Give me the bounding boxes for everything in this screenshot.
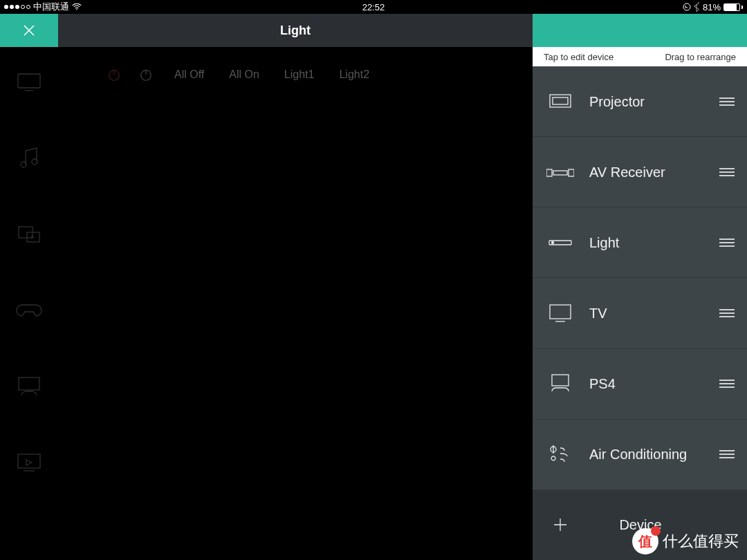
hint-edit: Tap to edit device bbox=[544, 52, 614, 62]
panel-header-spacer bbox=[533, 14, 747, 47]
drag-handle-icon[interactable] bbox=[719, 450, 735, 458]
device-row-ps4[interactable]: PS4 bbox=[533, 349, 747, 420]
plus-icon bbox=[545, 516, 575, 533]
clock: 22:52 bbox=[362, 2, 385, 12]
status-bar: 中国联通 22:52 81% bbox=[0, 0, 747, 14]
all-off-button[interactable]: All Off bbox=[170, 68, 208, 81]
power-off-icon[interactable] bbox=[107, 67, 122, 82]
bluetooth-icon bbox=[694, 2, 700, 12]
device-row-tv[interactable]: TV bbox=[533, 278, 747, 348]
svg-point-0 bbox=[76, 9, 77, 10]
device-row-projector[interactable]: Projector bbox=[533, 66, 747, 137]
main-area: All Off All On Light1 Light2 bbox=[58, 47, 533, 560]
header: Light bbox=[0, 14, 747, 47]
svg-rect-2 bbox=[18, 74, 40, 88]
svg-rect-13 bbox=[546, 169, 552, 176]
light1-button[interactable]: Light1 bbox=[280, 68, 319, 81]
hint-drag: Drag to rearrange bbox=[665, 52, 736, 62]
svg-rect-14 bbox=[553, 171, 567, 175]
device-row-air-conditioning[interactable]: Air Conditioning bbox=[533, 420, 747, 490]
status-left: 中国联通 bbox=[0, 1, 82, 13]
close-button[interactable] bbox=[0, 14, 58, 47]
drag-handle-icon[interactable] bbox=[719, 380, 735, 388]
sidebar bbox=[0, 47, 58, 560]
light2-button[interactable]: Light2 bbox=[335, 68, 374, 81]
page-title: Light bbox=[58, 14, 533, 47]
drag-handle-icon[interactable] bbox=[719, 168, 735, 176]
device-label: AV Receiver bbox=[589, 164, 706, 180]
device-label: Light bbox=[589, 234, 706, 251]
all-on-button[interactable]: All On bbox=[225, 68, 264, 81]
light-controls-row: All Off All On Light1 Light2 bbox=[58, 47, 533, 102]
watermark-text: 什么值得买 bbox=[663, 531, 739, 552]
svg-rect-15 bbox=[569, 169, 574, 176]
close-icon bbox=[22, 24, 36, 37]
sidebar-item-media[interactable] bbox=[15, 220, 44, 249]
device-label: PS4 bbox=[589, 375, 706, 392]
sidebar-item-console[interactable] bbox=[15, 372, 44, 401]
drag-handle-icon[interactable] bbox=[719, 97, 735, 106]
battery-percent: 81% bbox=[703, 2, 721, 12]
hint-bar: Tap to edit device Drag to rearrange bbox=[533, 47, 747, 66]
tv-icon bbox=[545, 304, 575, 323]
av-receiver-icon bbox=[545, 167, 575, 178]
ps4-icon bbox=[545, 373, 575, 394]
svg-point-1 bbox=[683, 3, 690, 10]
drag-handle-icon[interactable] bbox=[719, 239, 735, 247]
device-row-av-receiver[interactable]: AV Receiver bbox=[533, 137, 747, 207]
device-list: Projector AV Receiver Light TV PS4 Air C… bbox=[533, 66, 747, 560]
projector-icon bbox=[545, 93, 575, 110]
device-label: Air Conditioning bbox=[589, 446, 706, 463]
signal-dots-icon bbox=[4, 5, 30, 9]
power-on-icon[interactable] bbox=[138, 67, 154, 82]
sidebar-item-projector[interactable] bbox=[15, 68, 44, 97]
svg-rect-7 bbox=[19, 377, 39, 390]
light-device-icon bbox=[545, 238, 575, 248]
svg-rect-19 bbox=[552, 375, 569, 386]
device-label: TV bbox=[589, 305, 706, 321]
carrier-label: 中国联通 bbox=[33, 1, 69, 13]
watermark: 值 什么值得买 bbox=[632, 528, 739, 554]
orientation-lock-icon bbox=[683, 3, 691, 11]
svg-point-17 bbox=[552, 241, 554, 243]
sidebar-item-games[interactable] bbox=[15, 296, 44, 325]
drag-handle-icon[interactable] bbox=[719, 309, 735, 317]
watermark-badge-icon: 值 bbox=[632, 528, 658, 554]
svg-rect-12 bbox=[553, 97, 568, 104]
air-conditioning-icon bbox=[545, 444, 575, 465]
sidebar-item-tv[interactable] bbox=[15, 448, 44, 477]
sidebar-item-music[interactable] bbox=[15, 144, 44, 173]
device-row-light[interactable]: Light bbox=[533, 207, 747, 278]
device-panel: Tap to edit device Drag to rearrange Pro… bbox=[533, 47, 747, 560]
status-right: 81% bbox=[683, 2, 747, 12]
device-label: Projector bbox=[589, 93, 706, 110]
battery-icon bbox=[723, 3, 743, 11]
svg-rect-18 bbox=[550, 305, 571, 319]
wifi-icon bbox=[72, 3, 82, 10]
